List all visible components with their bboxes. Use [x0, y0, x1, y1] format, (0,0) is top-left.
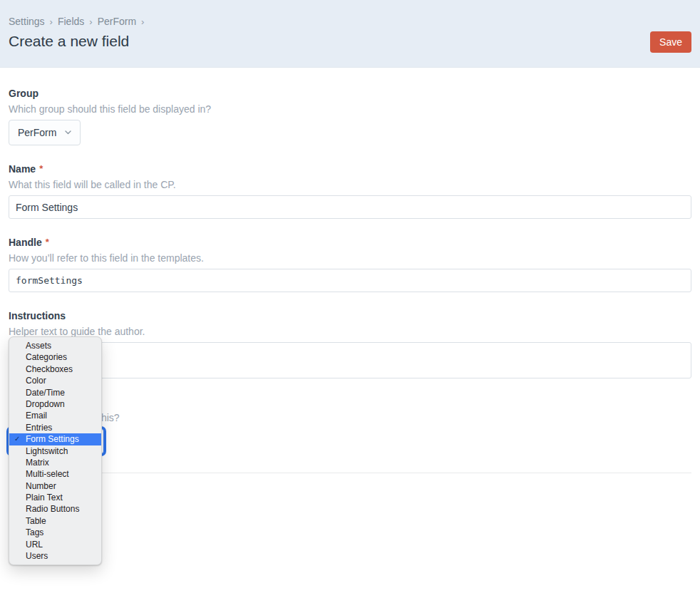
dropdown-option-label: Matrix	[26, 458, 49, 468]
dropdown-option[interactable]: Color	[9, 375, 101, 386]
breadcrumb-perform[interactable]: PerForm	[98, 16, 136, 27]
instructions-textarea[interactable]	[9, 342, 691, 378]
dropdown-option[interactable]: Assets	[9, 340, 101, 351]
dropdown-option-label: Radio Buttons	[26, 504, 79, 514]
dropdown-option-label: Users	[26, 551, 48, 561]
dropdown-option[interactable]: Lightswitch	[9, 445, 101, 457]
section-divider	[9, 473, 691, 473]
field-group: Group Which group should this field be d…	[9, 88, 691, 145]
group-select[interactable]: PerForm	[9, 120, 81, 145]
dropdown-option-label: Plain Text	[26, 493, 63, 502]
dropdown-option[interactable]: Table	[9, 515, 101, 527]
field-handle: Handle* How you’ll refer to this field i…	[9, 237, 691, 292]
name-label: Name*	[9, 164, 691, 174]
dropdown-option-label: Entries	[26, 423, 52, 433]
field-settings-form: Group Which group should this field be d…	[0, 68, 700, 473]
page-title: Create a new field	[9, 33, 129, 50]
dropdown-option[interactable]: Date/Time	[9, 387, 101, 398]
dropdown-option[interactable]: Multi-select	[9, 468, 101, 480]
dropdown-option[interactable]: Users	[9, 550, 101, 562]
dropdown-option-label: Email	[26, 411, 47, 421]
breadcrumb-separator: ›	[50, 16, 53, 27]
breadcrumb-separator: ›	[141, 16, 144, 27]
save-button[interactable]: Save	[650, 31, 691, 53]
dropdown-option[interactable]: Tags	[9, 527, 101, 538]
dropdown-option-label: Form Settings	[26, 434, 79, 444]
dropdown-option[interactable]: Email	[9, 410, 101, 421]
handle-label: Handle*	[9, 237, 691, 247]
field-type-hint: What type of field is this?	[9, 413, 691, 423]
dropdown-option-label: URL	[26, 540, 43, 550]
dropdown-option[interactable]: Dropdown	[9, 398, 101, 410]
dropdown-option[interactable]: ✓Form Settings	[9, 433, 101, 445]
checkmark-icon: ✓	[14, 433, 20, 445]
handle-input[interactable]	[9, 269, 691, 292]
dropdown-option-label: Categories	[26, 352, 67, 362]
instructions-label: Instructions	[9, 311, 691, 321]
required-asterisk: *	[39, 163, 43, 174]
dropdown-option[interactable]: Radio Buttons	[9, 503, 101, 515]
breadcrumb: Settings › Fields › PerForm ›	[9, 16, 149, 27]
dropdown-option-label: Multi-select	[26, 469, 69, 479]
dropdown-option-label: Assets	[26, 341, 51, 351]
dropdown-option[interactable]: URL	[9, 539, 101, 550]
dropdown-option-label: Number	[26, 481, 56, 491]
name-input[interactable]	[9, 195, 691, 219]
dropdown-option[interactable]: Matrix	[9, 457, 101, 468]
group-hint: Which group should this field be display…	[9, 104, 691, 114]
name-hint: What this field will be called in the CP…	[9, 180, 691, 190]
dropdown-option-label: Dropdown	[26, 399, 65, 409]
dropdown-option[interactable]: Entries	[9, 422, 101, 433]
dropdown-option-label: Checkboxes	[26, 364, 73, 374]
field-instructions: Instructions Helper text to guide the au…	[9, 311, 691, 378]
breadcrumb-settings[interactable]: Settings	[9, 16, 45, 27]
breadcrumb-fields[interactable]: Fields	[58, 16, 84, 27]
handle-hint: How you’ll refer to this field in the te…	[9, 253, 691, 263]
type-dropdown: AssetsCategoriesCheckboxesColorDate/Time…	[9, 336, 102, 565]
page-header: Settings › Fields › PerForm › Create a n…	[0, 0, 700, 68]
dropdown-option[interactable]: Checkboxes	[9, 364, 101, 375]
field-name: Name* What this field will be called in …	[9, 164, 691, 219]
dropdown-option[interactable]: Plain Text	[9, 492, 101, 503]
breadcrumb-separator: ›	[89, 16, 92, 27]
dropdown-option-label: Tags	[26, 527, 43, 537]
dropdown-option-label: Lightswitch	[26, 446, 68, 456]
dropdown-option[interactable]: Categories	[9, 351, 101, 363]
field-type: Field Type What type of field is this? F…	[9, 397, 691, 454]
group-select-value: PerForm	[18, 127, 56, 138]
chevron-down-icon	[65, 130, 71, 135]
dropdown-option[interactable]: Number	[9, 480, 101, 492]
required-asterisk: *	[46, 237, 49, 247]
field-type-label: Field Type	[9, 397, 691, 407]
group-label: Group	[9, 88, 691, 98]
instructions-hint: Helper text to guide the author.	[9, 326, 691, 336]
dropdown-option-label: Color	[26, 376, 46, 386]
dropdown-option-label: Table	[26, 516, 46, 526]
dropdown-option-label: Date/Time	[26, 388, 65, 398]
